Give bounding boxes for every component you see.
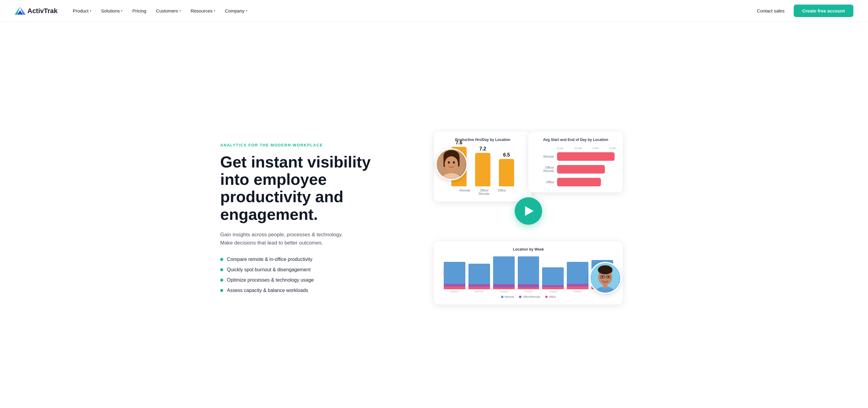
stacked-legend: Remote Office/Remote Office [441, 295, 616, 299]
stacked-col-3: 7/11/22 [518, 256, 539, 293]
nav-item-customers[interactable]: Customers▾ [152, 6, 185, 16]
hero-left: ANALYTICS FOR THE MODERN WORKPLACE Get i… [220, 143, 391, 293]
bullet-dot [220, 258, 223, 261]
bar-xlabel-remote: Remote [460, 189, 470, 195]
bar-x-labels: Remote Office/Remote Office [441, 189, 524, 195]
hbar-row-office: Office [536, 178, 616, 186]
hbar-remote [557, 152, 615, 161]
dashboard-mockup: Productive Hrs/Day by Location 7.6 7.2 6… [434, 131, 623, 305]
bar-col-office: 6.5 [499, 152, 514, 186]
chart-location-by-week-title: Location by Week [441, 247, 616, 251]
avatar-male [589, 262, 621, 294]
nav-item-solutions[interactable]: Solutions▾ [97, 6, 127, 16]
nav-item-company[interactable]: Company▾ [221, 6, 252, 16]
play-icon [525, 206, 534, 216]
chart-avg-start-end-title: Avg Start and End of Day by Location [536, 137, 616, 142]
hbar-officeremote [557, 165, 605, 174]
svg-point-25 [608, 276, 609, 278]
bullet-item-1: Compare remote & in-office productivity [220, 257, 391, 262]
stacked-col-2: 7/04/22 [493, 256, 515, 293]
svg-point-20 [608, 269, 612, 273]
bar-val-officeremote: 7.2 [479, 146, 486, 152]
logo[interactable]: ActivTrak [14, 6, 58, 16]
legend-dot-officeremote [519, 296, 521, 298]
avatar-female [436, 148, 467, 180]
hbar-row-remote: Remote [536, 152, 616, 161]
svg-point-7 [445, 156, 458, 172]
nav-links: Product▾ Solutions▾ Pricing Customers▾ R… [68, 6, 752, 16]
y-axis-label: Days [442, 270, 445, 276]
nav-right: Contact sales Create free account [752, 5, 854, 17]
hbar-office [557, 178, 601, 186]
nav-item-product[interactable]: Product▾ [68, 6, 96, 16]
hero-section: ANALYTICS FOR THE MODERN WORKPLACE Get i… [206, 22, 662, 408]
svg-point-24 [601, 276, 603, 278]
nav-item-resources[interactable]: Resources▾ [186, 6, 220, 16]
hbar-label-officeremote: Office/Remote [536, 166, 554, 172]
legend-remote: Remote [501, 295, 515, 299]
navbar: ActivTrak Product▾ Solutions▾ Pricing Cu… [0, 0, 868, 22]
stacked-col-1: 6/27/22 [468, 264, 490, 293]
legend-officeremote: Office/Remote [519, 295, 540, 299]
play-button[interactable] [515, 197, 542, 225]
avatar-male-svg [591, 263, 620, 292]
hbar-time-labels: 6 AM 10 AM 2 PM 6 PM [536, 147, 616, 150]
hero-subtitle: Gain insights across people, processes &… [220, 230, 391, 247]
bullet-item-4: Assess capacity & balance workloads [220, 288, 391, 293]
bar-officeremote [475, 153, 490, 186]
stacked-col-5: 7/25/22 [567, 262, 588, 293]
hbar-label-office: Office [536, 181, 554, 184]
hero-eyebrow: ANALYTICS FOR THE MODERN WORKPLACE [220, 143, 391, 147]
stacked-col-4: 7/18/22 [542, 267, 564, 293]
stacked-col-0: 6/20/22 [444, 262, 465, 293]
hbar-chart: Remote Office/Remote Office [536, 152, 616, 186]
bullet-dot [220, 289, 223, 292]
nav-item-pricing[interactable]: Pricing [128, 6, 151, 16]
bar-col-officeremote: 7.2 [475, 146, 490, 186]
svg-point-9 [453, 161, 455, 163]
bar-office [499, 159, 514, 186]
legend-office: Office [545, 295, 556, 299]
logo-text: ActivTrak [27, 7, 58, 15]
hbar-row-officeremote: Office/Remote [536, 165, 616, 174]
hero-right: Productive Hrs/Day by Location 7.6 7.2 6… [409, 131, 648, 305]
hero-title: Get instant visibility into employee pro… [220, 153, 391, 223]
bullet-list: Compare remote & in-office productivity … [220, 257, 391, 293]
bullet-item-2: Quickly spot burnout & disengagement [220, 267, 391, 273]
bar-xlabel-office: Office [498, 189, 506, 195]
bar-xlabel-officeremote: Office/Remote [479, 189, 490, 195]
legend-dot-remote [501, 296, 503, 298]
bar-val-remote: 7.6 [456, 140, 462, 146]
avatar-female-svg [437, 150, 466, 179]
contact-sales-link[interactable]: Contact sales [752, 6, 789, 16]
svg-point-26 [601, 281, 609, 283]
create-account-button[interactable]: Create free account [794, 5, 854, 17]
bar-val-office: 6.5 [503, 152, 510, 158]
bullet-item-3: Optimize processes & technology usage [220, 277, 391, 283]
bullet-dot [220, 279, 223, 282]
svg-point-8 [448, 161, 450, 163]
bullet-dot [220, 268, 223, 271]
legend-dot-office [545, 296, 548, 298]
logo-icon [14, 6, 26, 16]
chart-avg-start-end: Avg Start and End of Day by Location 6 A… [528, 131, 623, 192]
hbar-label-remote: Remote [536, 155, 554, 158]
